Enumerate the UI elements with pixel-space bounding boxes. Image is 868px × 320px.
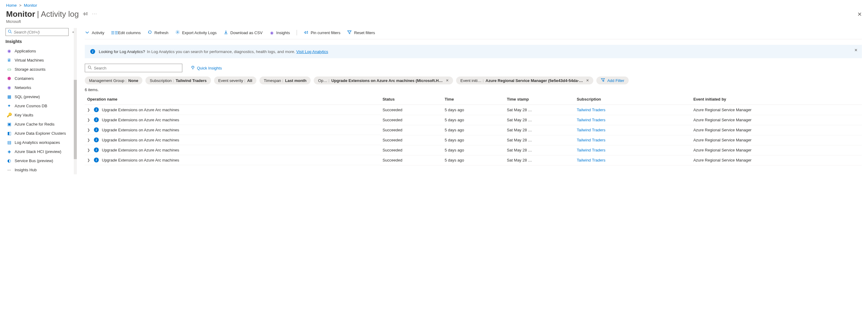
law-icon: ▤ [7,140,11,145]
page-header: Monitor | Activity log ··· ✕ [0,9,868,20]
pill-value: Upgrade Extensions on Azure Arc machines… [332,78,443,83]
subscription-link[interactable]: Tailwind Traders [577,128,606,132]
table-row[interactable]: ❯iUpgrade Extensions on Azure Arc machin… [85,105,862,115]
column-header[interactable]: Time [442,94,504,105]
sidebar-item-azure-cache-for-redis[interactable]: ▣Azure Cache for Redis [5,120,75,129]
reset-filters-button[interactable]: Reset filters [347,30,375,35]
table-row[interactable]: ❯iUpgrade Extensions on Azure Arc machin… [85,125,862,135]
download-icon [223,30,228,35]
filter-pill[interactable]: Management Group : None [85,76,143,85]
expand-row-icon[interactable]: ❯ [87,138,91,142]
info-icon: i [94,148,99,152]
main-search-input[interactable] [94,66,180,70]
operation-name: Upgrade Extensions on Azure Arc machines [102,128,179,132]
subscription-link[interactable]: Tailwind Traders [577,148,606,152]
table-header-row: Operation nameStatusTimeTime stampSubscr… [85,94,862,105]
breadcrumb-separator-icon: > [19,3,22,8]
refresh-button[interactable]: Refresh [148,30,168,35]
column-header[interactable]: Time stamp [504,94,574,105]
info-close-icon[interactable]: ✕ [854,48,858,53]
command-bar: Activity ☰☰ Edit columns Refresh Export … [85,28,862,39]
cosmos-icon: ✦ [7,103,11,108]
export-button[interactable]: Export Activity Logs [175,30,216,35]
subscription-link[interactable]: Tailwind Traders [577,118,606,122]
table-row[interactable]: ❯iUpgrade Extensions on Azure Arc machin… [85,145,862,155]
table-row[interactable]: ❯iUpgrade Extensions on Azure Arc machin… [85,135,862,145]
expand-row-icon[interactable]: ❯ [87,118,91,122]
status-cell: Succeeded [380,115,442,125]
sidebar-item-applications[interactable]: ◉Applications [5,46,75,56]
filter-pill[interactable]: Subscription : Tailwind Traders [146,76,211,85]
expand-row-icon[interactable]: ❯ [87,158,91,162]
pill-value: Tailwind Traders [176,78,207,83]
sidebar-item-azure-stack-hci-preview-[interactable]: ◈Azure Stack HCI (preview) [5,147,75,156]
sidebar-item-virtual-machines[interactable]: 🖥Virtual Machines [5,56,75,65]
quick-insights-button[interactable]: Quick Insights [190,65,222,71]
sidebar-section-title: Insights [5,39,75,44]
sidebar-item-service-bus-preview-[interactable]: ◐Service Bus (preview) [5,156,75,165]
sidebar-item-label: Service Bus (preview) [14,158,53,163]
download-csv-button[interactable]: Download as CSV [223,30,263,35]
expand-row-icon[interactable]: ❯ [87,148,91,152]
sidebar-search-input[interactable] [14,30,66,34]
svg-point-3 [88,66,91,68]
insights-button[interactable]: ◉ Insights [269,30,290,35]
pill-value: None [128,78,138,83]
sidebar-scrollbar-thumb[interactable] [74,80,77,159]
subscription-link[interactable]: Tailwind Traders [577,107,606,112]
more-icon[interactable]: ··· [92,11,97,17]
table-row[interactable]: ❯iUpgrade Extensions on Azure Arc machin… [85,115,862,125]
info-icon: i [94,127,99,132]
sidebar-item-containers[interactable]: ⬢Containers [5,74,75,83]
item-count: 6 items. [85,88,862,92]
activity-button[interactable]: Activity [85,30,104,35]
vm-icon: 🖥 [7,58,11,62]
add-filter-button[interactable]: Add Filter [596,76,629,85]
sidebar-search[interactable] [5,28,69,36]
page-title: Monitor [6,9,35,19]
sidebar-item-insights-hub[interactable]: ···Insights Hub [5,165,75,174]
company-label: Microsoft [0,20,868,28]
pill-remove-icon[interactable]: ✕ [446,78,449,83]
edit-columns-label: Edit columns [118,30,141,35]
operation-name: Upgrade Extensions on Azure Arc machines [102,138,179,142]
close-button[interactable]: ✕ [857,11,862,18]
sidebar-item-networks[interactable]: ◉Networks [5,83,75,92]
pill-value: Azure Regional Service Manager (5e5e43d4… [486,78,583,83]
filter-pill[interactable]: Event severity : All [214,76,257,85]
sidebar-item-azure-cosmos-db[interactable]: ✦Azure Cosmos DB [5,101,75,110]
svg-line-4 [90,68,91,69]
filter-add-icon [600,78,606,83]
pin-filters-button[interactable]: Pin current filters [304,30,341,35]
column-header[interactable]: Event initiated by [691,94,862,105]
pin-icon[interactable] [83,11,88,17]
expand-row-icon[interactable]: ❯ [87,128,91,132]
reset-filters-label: Reset filters [354,30,375,35]
sidebar-item-sql-preview-[interactable]: ▦SQL (preview) [5,92,75,101]
sidebar-item-storage-accounts[interactable]: ▭Storage accounts [5,65,75,74]
main-search[interactable] [85,64,182,72]
pill-remove-icon[interactable]: ✕ [586,78,589,83]
adx-icon: ◧ [7,131,11,136]
sidebar-item-log-analytics-workspaces[interactable]: ▤Log Analytics workspaces [5,138,75,147]
subscription-link[interactable]: Tailwind Traders [577,158,606,162]
breadcrumb-current[interactable]: Monitor [24,3,37,8]
breadcrumb: Home > Monitor [0,0,868,9]
sidebar-item-azure-data-explorer-clusters[interactable]: ◧Azure Data Explorer Clusters [5,129,75,138]
edit-columns-button[interactable]: ☰☰ Edit columns [111,30,141,35]
sidebar-item-key-vaults[interactable]: 🔑Key Vaults [5,110,75,120]
column-header[interactable]: Subscription [575,94,691,105]
filter-pill[interactable]: Timespan : Last month [259,76,311,85]
subscription-link[interactable]: Tailwind Traders [577,138,606,142]
filter-pill[interactable]: Op… : Upgrade Extensions on Azure Arc ma… [314,76,453,85]
column-header[interactable]: Operation name [85,94,380,105]
info-link[interactable]: Visit Log Analytics [296,50,328,54]
expand-row-icon[interactable]: ❯ [87,108,91,112]
main-content: Activity ☰☰ Edit columns Refresh Export … [77,28,868,174]
svg-point-5 [192,66,194,68]
column-header[interactable]: Status [380,94,442,105]
table-row[interactable]: ❯iUpgrade Extensions on Azure Arc machin… [85,155,862,165]
breadcrumb-home[interactable]: Home [6,3,17,8]
filter-pill[interactable]: Event initi… : Azure Regional Service Ma… [456,76,593,85]
info-icon: i [94,107,99,112]
